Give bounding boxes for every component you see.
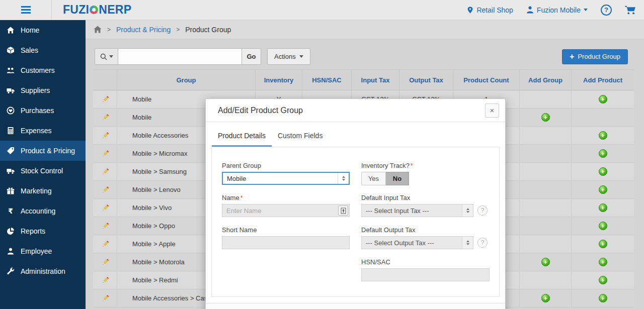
cell-edit bbox=[93, 235, 117, 253]
default-output-tax-value: --- Select Output Tax --- bbox=[362, 239, 462, 247]
default-output-tax-label: Default Output Tax bbox=[361, 227, 490, 234]
add-group-plus-icon[interactable] bbox=[541, 258, 550, 266]
default-input-tax-select[interactable]: --- Select Input Tax --- bbox=[361, 204, 473, 217]
edit-pencil-icon[interactable] bbox=[100, 131, 110, 141]
edit-pencil-icon[interactable] bbox=[100, 239, 110, 249]
tab-custom-fields[interactable]: Custom Fields bbox=[272, 128, 329, 147]
sidebar-item-label: Suppliers bbox=[21, 86, 50, 94]
pie-chart-icon bbox=[7, 227, 15, 235]
actions-button[interactable]: Actions bbox=[267, 48, 310, 65]
add-group-plus-icon[interactable] bbox=[541, 294, 550, 302]
hamburger-menu-icon[interactable] bbox=[21, 6, 31, 14]
edit-pencil-icon[interactable] bbox=[100, 113, 110, 123]
add-product-plus-icon[interactable] bbox=[599, 131, 607, 140]
sidebar-item-purchases[interactable]: Purchases bbox=[0, 100, 86, 121]
edit-pencil-icon[interactable] bbox=[100, 94, 110, 105]
sidebar-item-label: Purchases bbox=[21, 107, 54, 115]
sidebar-item-administration[interactable]: Administration bbox=[0, 261, 86, 281]
help-button[interactable]: ? bbox=[601, 5, 612, 16]
go-button[interactable]: Go bbox=[242, 48, 261, 65]
column-header: Add Group bbox=[519, 70, 571, 90]
add-product-plus-icon[interactable] bbox=[599, 294, 607, 302]
breadcrumb-link-product-pricing[interactable]: Product & Pricing bbox=[116, 26, 171, 34]
cell-add-product bbox=[571, 90, 634, 108]
cell-add-product bbox=[571, 163, 634, 180]
add-product-plus-icon[interactable] bbox=[599, 95, 607, 104]
home-icon[interactable] bbox=[94, 26, 102, 33]
tab-product-details[interactable]: Product Details bbox=[212, 128, 272, 147]
logo-o-icon bbox=[90, 6, 98, 14]
add-product-plus-icon[interactable] bbox=[599, 185, 607, 194]
wrench-icon bbox=[7, 267, 15, 275]
edit-pencil-icon[interactable] bbox=[100, 149, 110, 159]
dialog-footer bbox=[206, 303, 505, 309]
short-name-input[interactable] bbox=[222, 236, 350, 249]
cell-add-product bbox=[571, 199, 634, 217]
edit-pencil-icon[interactable] bbox=[100, 203, 110, 213]
add-product-plus-icon[interactable] bbox=[599, 203, 607, 212]
cell-add-product bbox=[571, 109, 634, 126]
sidebar-item-product-pricing[interactable]: Product & Pricing bbox=[0, 141, 86, 161]
edit-pencil-icon[interactable] bbox=[100, 221, 110, 231]
add-product-plus-icon[interactable] bbox=[599, 240, 607, 248]
location-selector[interactable]: Retail Shop bbox=[467, 6, 513, 14]
parent-group-select[interactable]: Mobile bbox=[222, 172, 350, 185]
sidebar-item-accounting[interactable]: ₹ Accounting bbox=[0, 201, 86, 221]
edit-pencil-icon[interactable] bbox=[100, 257, 110, 267]
location-pin-icon bbox=[467, 6, 473, 14]
add-product-plus-icon[interactable] bbox=[599, 222, 607, 230]
truck-icon bbox=[7, 167, 15, 175]
add-product-plus-icon[interactable] bbox=[599, 276, 607, 284]
toggle-yes-button[interactable]: Yes bbox=[361, 172, 386, 185]
name-lov-button[interactable] bbox=[338, 205, 348, 216]
edit-pencil-icon[interactable] bbox=[100, 167, 110, 177]
add-product-group-button[interactable]: + Product Group bbox=[562, 49, 628, 64]
sidebar-item-sales[interactable]: Sales bbox=[0, 40, 86, 60]
add-product-plus-icon[interactable] bbox=[599, 258, 607, 266]
cell-edit bbox=[93, 163, 117, 180]
close-button[interactable]: × bbox=[485, 104, 499, 118]
name-input[interactable] bbox=[222, 204, 350, 217]
home-icon bbox=[7, 26, 15, 34]
edit-pencil-icon[interactable] bbox=[100, 293, 110, 303]
add-group-plus-icon[interactable] bbox=[541, 113, 550, 122]
sidebar-item-marketing[interactable]: Marketing bbox=[0, 181, 86, 201]
output-tax-help-icon[interactable]: ? bbox=[477, 238, 488, 248]
sidebar-item-label: Administration bbox=[21, 267, 65, 275]
add-edit-product-group-dialog: Add/Edit Product Group × Product Details… bbox=[205, 98, 506, 309]
cell-add-product bbox=[571, 127, 634, 144]
cell-edit bbox=[93, 109, 117, 126]
sidebar-item-employee[interactable]: Employee bbox=[0, 241, 86, 261]
cell-add-group bbox=[519, 235, 571, 253]
user-menu[interactable]: Fuzion Mobile bbox=[526, 6, 588, 14]
default-output-tax-select[interactable]: --- Select Output Tax --- bbox=[361, 236, 473, 249]
search-options-button[interactable] bbox=[95, 48, 118, 65]
sidebar-item-label: Accounting bbox=[21, 207, 55, 215]
column-header: Output Tax bbox=[399, 70, 453, 90]
hsn-sac-input[interactable] bbox=[361, 268, 490, 281]
cart-icon[interactable] bbox=[625, 6, 636, 15]
chevron-down-icon bbox=[109, 55, 113, 58]
sidebar-item-label: Sales bbox=[21, 46, 38, 54]
cell-add-product bbox=[571, 235, 634, 253]
box-icon bbox=[7, 46, 15, 54]
add-product-plus-icon[interactable] bbox=[599, 167, 607, 176]
search-input[interactable] bbox=[118, 48, 242, 65]
edit-pencil-icon[interactable] bbox=[100, 275, 110, 285]
sidebar-item-home[interactable]: Home bbox=[0, 20, 86, 40]
short-name-field: Short Name bbox=[222, 227, 350, 249]
toggle-no-button[interactable]: No bbox=[386, 172, 409, 185]
sidebar-item-stock-control[interactable]: Stock Control bbox=[0, 161, 86, 181]
select-spinner-icon bbox=[338, 173, 349, 184]
sidebar-item-suppliers[interactable]: Suppliers bbox=[0, 80, 86, 100]
sidebar-item-expenses[interactable]: Expenses bbox=[0, 121, 86, 141]
sidebar-item-customers[interactable]: Customers bbox=[0, 60, 86, 80]
column-header: Add Product bbox=[571, 70, 634, 90]
sidebar-item-reports[interactable]: Reports bbox=[0, 221, 86, 241]
required-asterisk: * bbox=[240, 194, 243, 201]
add-product-plus-icon[interactable] bbox=[599, 149, 607, 158]
edit-pencil-icon[interactable] bbox=[100, 185, 110, 195]
cell-add-group bbox=[519, 163, 571, 180]
input-tax-help-icon[interactable]: ? bbox=[477, 205, 488, 216]
user-label: Fuzion Mobile bbox=[537, 6, 581, 14]
